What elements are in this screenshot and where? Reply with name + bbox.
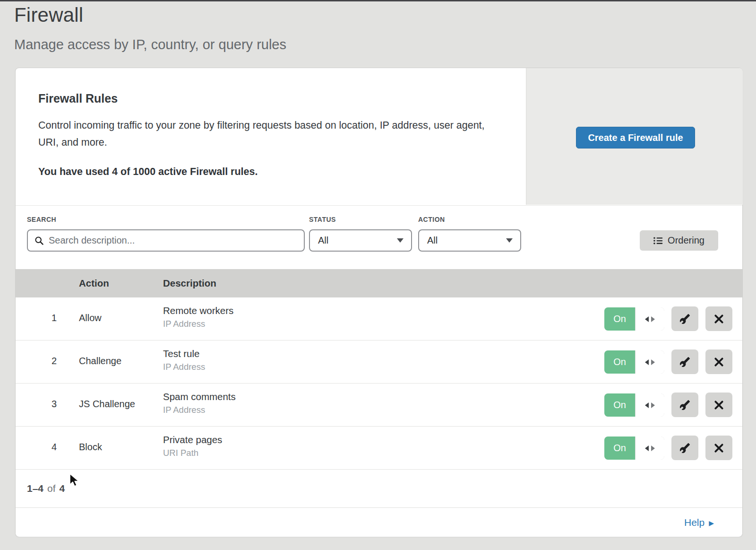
rule-description-block: Spam comments IP Address bbox=[163, 391, 236, 415]
overview-text: Firewall Rules Control incoming traffic … bbox=[16, 68, 526, 205]
arrow-right-icon bbox=[651, 402, 655, 408]
status-selected-value: All bbox=[318, 235, 397, 246]
rule-enabled-toggle[interactable]: On bbox=[604, 393, 664, 417]
ordering-button[interactable]: Ordering bbox=[640, 230, 718, 251]
rule-match-type: IP Address bbox=[163, 319, 233, 329]
toggle-handle[interactable] bbox=[635, 437, 664, 460]
wrench-icon bbox=[679, 443, 690, 454]
toggle-handle[interactable] bbox=[635, 350, 664, 374]
firewall-rules-card: Firewall Rules Control incoming traffic … bbox=[15, 68, 743, 537]
firewall-rules-description: Control incoming traffic to your zone by… bbox=[38, 117, 492, 151]
delete-rule-button[interactable] bbox=[705, 436, 732, 460]
usage-summary: You have used 4 of 1000 active Firewall … bbox=[38, 166, 498, 178]
pagination-of-label: of bbox=[47, 483, 56, 494]
table-row: 2 Challenge Test rule IP Address On bbox=[16, 340, 742, 384]
help-bar: Help ▶ bbox=[16, 507, 742, 537]
arrow-right-icon bbox=[651, 359, 655, 365]
edit-rule-button[interactable] bbox=[671, 349, 698, 374]
table-row: 4 Block Private pages URI Path On bbox=[16, 427, 742, 470]
firewall-rules-heading: Firewall Rules bbox=[38, 92, 498, 105]
rule-match-type: IP Address bbox=[163, 362, 205, 372]
toggle-on-label: On bbox=[604, 393, 635, 417]
close-icon bbox=[714, 443, 724, 453]
help-link[interactable]: Help ▶ bbox=[684, 517, 714, 528]
chevron-down-icon bbox=[397, 238, 404, 243]
overview-action-panel: Create a Firewall rule bbox=[526, 68, 743, 205]
rule-description-block: Test rule IP Address bbox=[163, 348, 205, 372]
create-firewall-rule-button[interactable]: Create a Firewall rule bbox=[576, 127, 695, 148]
rule-enabled-toggle[interactable]: On bbox=[604, 437, 664, 460]
toggle-handle[interactable] bbox=[635, 307, 664, 331]
filters-section: SEARCH STATUS All ACTION All bbox=[16, 205, 742, 269]
edit-rule-button[interactable] bbox=[671, 306, 698, 331]
table-header: Action Description bbox=[16, 269, 742, 297]
action-select[interactable]: All bbox=[418, 229, 521, 252]
pagination-total: 4 bbox=[60, 483, 65, 494]
search-input[interactable] bbox=[49, 230, 304, 251]
delete-rule-button[interactable] bbox=[705, 306, 732, 331]
search-icon bbox=[34, 236, 44, 245]
arrow-left-icon bbox=[645, 445, 649, 451]
rule-match-type: IP Address bbox=[163, 405, 236, 415]
overview-section: Firewall Rules Control incoming traffic … bbox=[16, 68, 742, 205]
status-select[interactable]: All bbox=[309, 229, 412, 252]
edit-rule-button[interactable] bbox=[671, 393, 698, 417]
list-icon bbox=[653, 237, 663, 244]
page-subtitle: Manage access by IP, country, or query r… bbox=[14, 37, 286, 52]
rule-description-block: Remote workers IP Address bbox=[163, 305, 233, 329]
delete-rule-button[interactable] bbox=[705, 349, 732, 374]
rule-description-block: Private pages URI Path bbox=[163, 434, 222, 458]
edit-rule-button[interactable] bbox=[671, 436, 698, 460]
rule-description: Test rule bbox=[163, 348, 205, 359]
column-header-description: Description bbox=[163, 278, 216, 289]
help-link-label: Help bbox=[684, 517, 704, 528]
arrow-left-icon bbox=[645, 316, 649, 322]
arrow-right-icon bbox=[651, 316, 655, 322]
rule-match-type: URI Path bbox=[163, 448, 222, 458]
rule-action: Challenge bbox=[79, 356, 121, 367]
action-label: ACTION bbox=[418, 216, 445, 223]
chevron-down-icon bbox=[506, 238, 513, 243]
status-label: STATUS bbox=[309, 216, 336, 223]
rules-list: 1 Allow Remote workers IP Address On bbox=[16, 297, 742, 470]
pagination-range: 1–4 bbox=[27, 483, 43, 494]
arrow-left-icon bbox=[645, 402, 649, 408]
table-row: 3 JS Challenge Spam comments IP Address … bbox=[16, 384, 742, 427]
search-label: SEARCH bbox=[27, 216, 56, 223]
rule-action: Block bbox=[79, 442, 102, 453]
rule-description: Private pages bbox=[163, 434, 222, 445]
rule-description: Spam comments bbox=[163, 391, 236, 402]
rule-priority: 3 bbox=[52, 399, 63, 410]
toggle-on-label: On bbox=[604, 307, 635, 331]
rule-priority: 1 bbox=[52, 313, 63, 323]
table-row: 1 Allow Remote workers IP Address On bbox=[16, 297, 742, 340]
delete-rule-button[interactable] bbox=[705, 393, 732, 417]
wrench-icon bbox=[679, 357, 690, 367]
rule-action: JS Challenge bbox=[79, 399, 135, 410]
wrench-icon bbox=[679, 314, 690, 324]
action-selected-value: All bbox=[427, 235, 506, 246]
ordering-button-label: Ordering bbox=[668, 235, 704, 246]
search-field[interactable] bbox=[27, 229, 305, 252]
rule-enabled-toggle[interactable]: On bbox=[604, 350, 664, 374]
close-icon bbox=[714, 357, 724, 367]
arrow-right-icon: ▶ bbox=[709, 520, 714, 526]
window-edge bbox=[0, 0, 756, 1]
pagination: 1–4 of 4 bbox=[16, 470, 742, 507]
rule-description: Remote workers bbox=[163, 305, 233, 316]
column-header-action: Action bbox=[79, 278, 109, 289]
arrow-right-icon bbox=[651, 445, 655, 451]
rule-priority: 2 bbox=[52, 356, 63, 367]
close-icon bbox=[714, 400, 724, 410]
wrench-icon bbox=[679, 400, 690, 410]
close-icon bbox=[714, 314, 724, 324]
rule-action: Allow bbox=[79, 313, 102, 323]
toggle-on-label: On bbox=[604, 350, 635, 374]
toggle-on-label: On bbox=[604, 437, 635, 460]
toggle-handle[interactable] bbox=[635, 393, 664, 417]
page-title: Firewall bbox=[14, 4, 83, 26]
arrow-left-icon bbox=[645, 359, 649, 365]
rule-priority: 4 bbox=[52, 442, 63, 453]
rule-enabled-toggle[interactable]: On bbox=[604, 307, 664, 331]
